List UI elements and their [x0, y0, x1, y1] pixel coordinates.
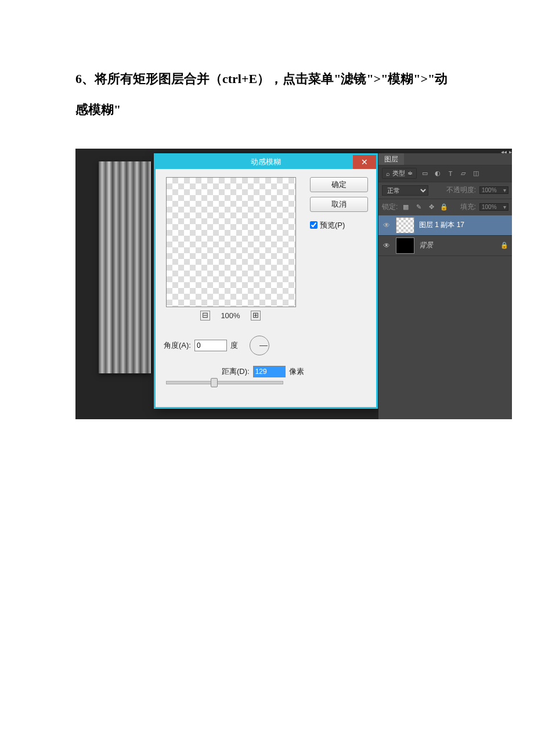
blend-mode-select[interactable]: 正常 [382, 185, 428, 196]
filter-shape-icon[interactable]: ▱ [459, 169, 468, 178]
lock-label: 锁定: [382, 202, 398, 212]
distance-unit: 像素 [289, 366, 304, 377]
zoom-level: 100% [221, 311, 240, 320]
angle-row: 角度(A): 度 [164, 336, 368, 355]
layer-row[interactable]: 👁 背景 🔒 [378, 236, 512, 256]
panel-tabs: 图层 [378, 153, 512, 165]
dialog-titlebar[interactable]: 动感模糊 ✕ [156, 155, 376, 169]
opacity-label: 不透明度: [446, 185, 476, 195]
filter-kind-select[interactable]: ⌕ 类型 ≑ [382, 168, 417, 179]
instruction-text: 6、将所有矩形图层合并（ctrl+E），点击菜单"滤镜">"模糊">"动感模糊" [75, 64, 459, 125]
filter-smart-icon[interactable]: ◫ [471, 169, 481, 178]
chevron-down-icon: ≑ [407, 170, 413, 177]
lock-paint-icon[interactable]: ✎ [414, 203, 423, 212]
close-button[interactable]: ✕ [353, 155, 376, 169]
canvas-preview [99, 161, 151, 373]
dialog-title: 动感模糊 [251, 157, 281, 167]
opacity-value[interactable]: 100%▾ [479, 186, 508, 194]
distance-label: 距离(D): [222, 366, 250, 377]
ok-button[interactable]: 确定 [310, 177, 368, 192]
preview-label: 预览(P) [320, 220, 345, 231]
distance-input[interactable] [253, 366, 286, 377]
cancel-button[interactable]: 取消 [310, 197, 368, 212]
angle-input[interactable] [194, 340, 227, 351]
close-icon: ✕ [361, 157, 368, 167]
distance-row: 距离(D): 像素 [222, 366, 368, 377]
lock-icon: 🔒 [500, 242, 508, 249]
angle-dial[interactable] [250, 336, 269, 355]
preview-checkbox[interactable] [310, 221, 317, 229]
lock-all-icon[interactable]: 🔒 [439, 203, 449, 212]
lock-trans-icon[interactable]: ▩ [401, 203, 410, 212]
layer-name[interactable]: 背景 [419, 240, 496, 250]
lock-fill-row: 锁定: ▩ ✎ ✥ 🔒 填充: 100%▾ [378, 199, 512, 215]
layer-thumbnail[interactable] [396, 237, 414, 254]
zoom-out-button[interactable]: ⊟ [200, 311, 210, 321]
filter-row: ⌕ 类型 ≑ ▭ ◐ T ▱ ◫ [378, 165, 512, 182]
angle-unit: 度 [230, 340, 238, 351]
layers-panel: 图层 ⌕ 类型 ≑ ▭ ◐ T ▱ ◫ 正常 不透明度: [378, 153, 512, 419]
layer-thumbnail[interactable] [396, 217, 414, 233]
search-icon: ⌕ [386, 170, 390, 177]
visibility-toggle[interactable]: 👁 [382, 221, 391, 229]
fill-label: 填充: [460, 202, 476, 212]
fill-value[interactable]: 100%▾ [479, 203, 508, 211]
screenshot-container: ◂◂▸ 动感模糊 ✕ ⊟ 100% ⊞ 确定 取消 [75, 149, 512, 419]
filter-text-icon[interactable]: T [446, 169, 455, 178]
angle-label: 角度(A): [164, 340, 191, 351]
layer-row[interactable]: 👁 图层 1 副本 17 [378, 215, 512, 236]
slider-thumb[interactable] [211, 378, 218, 387]
blend-opacity-row: 正常 不透明度: 100%▾ [378, 182, 512, 199]
filter-kind-label: 类型 [392, 169, 405, 178]
filter-pixel-icon[interactable]: ▭ [420, 169, 430, 178]
filter-adjust-icon[interactable]: ◐ [433, 169, 442, 178]
lock-move-icon[interactable]: ✥ [427, 203, 436, 212]
layers-tab[interactable]: 图层 [378, 153, 404, 165]
preview-checkbox-row[interactable]: 预览(P) [310, 220, 368, 231]
zoom-in-button[interactable]: ⊞ [251, 311, 261, 321]
layer-name[interactable]: 图层 1 副本 17 [419, 220, 508, 230]
preview-area[interactable] [166, 177, 296, 307]
motion-blur-dialog: 动感模糊 ✕ ⊟ 100% ⊞ 确定 取消 预览(P) [154, 153, 378, 409]
distance-slider[interactable] [166, 381, 283, 384]
visibility-toggle[interactable]: 👁 [382, 242, 391, 250]
